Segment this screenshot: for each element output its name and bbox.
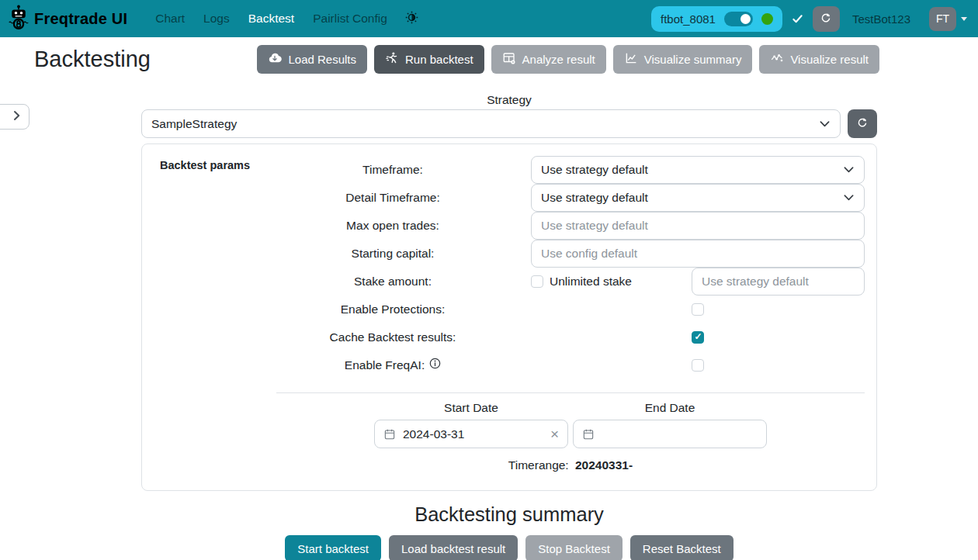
divider — [276, 392, 865, 393]
header-actions: Load Results Run backtest A — [257, 45, 879, 74]
calendar-icon — [383, 428, 396, 441]
summary-actions: Start backtest Load backtest result Stop… — [141, 535, 877, 560]
calendar-icon — [582, 428, 595, 441]
detail-timeframe-select-value: Use strategy default — [541, 191, 648, 205]
cloud-download-icon — [268, 51, 282, 67]
check-icon — [790, 13, 805, 25]
end-date-label: End Date — [573, 401, 767, 415]
button-label: Visualize summary — [644, 53, 742, 66]
nav-links: Chart Logs Backtest Pairlist Config — [147, 5, 425, 32]
detail-timeframe-select[interactable]: Use strategy default — [531, 184, 865, 212]
page-title: Backtesting — [34, 47, 151, 72]
start-date-group: Start Date 2024-03-31 × — [374, 401, 568, 448]
starting-capital-input[interactable] — [531, 240, 865, 268]
dates-row: Start Date 2024-03-31 × — [276, 401, 865, 448]
content: Strategy SampleStrategy Backtest params — [0, 93, 978, 560]
form-row-timeframe: Timeframe: Use strategy default — [276, 156, 865, 183]
stop-backtest-button[interactable]: Stop Backtest — [525, 535, 623, 560]
strategy-select-value: SampleStrategy — [151, 117, 237, 131]
bot-toggle-switch[interactable] — [724, 12, 753, 26]
button-label: Run backtest — [405, 53, 473, 66]
analyze-result-button[interactable]: Analyze result — [491, 45, 606, 74]
nav-item-backtest[interactable]: Backtest — [241, 5, 302, 32]
timerange-label: Timerange: — [508, 458, 569, 472]
clear-date-icon[interactable]: × — [550, 427, 559, 441]
button-label: Analyze result — [522, 53, 595, 66]
button-label: Load Results — [288, 53, 356, 66]
start-date-label: Start Date — [374, 401, 568, 415]
sidebar-expand-button[interactable] — [0, 104, 29, 130]
starting-capital-label: Starting capital: — [276, 247, 509, 261]
chart-scatter-icon — [770, 51, 784, 67]
chevron-down-icon — [843, 164, 855, 175]
person-running-icon — [385, 51, 399, 67]
form-row-stake-amount: Stake amount: Unlimited stake — [276, 268, 865, 295]
form-row-starting-capital: Starting capital: — [276, 240, 865, 267]
start-backtest-button[interactable]: Start backtest — [285, 535, 381, 560]
brightness-icon — [404, 10, 419, 27]
reset-backtest-button[interactable]: Reset Backtest — [630, 535, 734, 560]
chevron-right-icon — [12, 110, 22, 123]
visualize-summary-button[interactable]: Visualize summary — [613, 45, 753, 74]
form-row-enable-protections: Enable Protections: — [276, 296, 865, 323]
unlimited-stake-checkbox[interactable] — [531, 275, 543, 288]
cache-results-checkbox[interactable] — [692, 331, 704, 344]
bot-badge[interactable]: ftbot_8081 — [651, 6, 782, 32]
brand[interactable]: Freqtrade UI — [8, 4, 127, 33]
form-row-enable-freqai: Enable FreqAI: — [276, 351, 865, 379]
avatar: FT — [929, 7, 956, 31]
refresh-strategy-button[interactable] — [848, 109, 877, 138]
backtest-params-card: Backtest params Timeframe: Use strategy … — [141, 143, 877, 491]
table-gear-icon — [502, 51, 516, 67]
stake-amount-input[interactable] — [692, 268, 865, 296]
start-date-input[interactable]: 2024-03-31 × — [374, 420, 568, 448]
robot-logo-icon — [8, 4, 29, 33]
strategy-select[interactable]: SampleStrategy — [141, 109, 841, 138]
brand-title: Freqtrade UI — [34, 10, 127, 28]
button-label: Visualize result — [790, 53, 869, 66]
strategy-row: SampleStrategy — [141, 109, 877, 138]
bot-name: ftbot_8081 — [661, 12, 716, 26]
nav-item-logs[interactable]: Logs — [196, 5, 238, 32]
params-form: Timeframe: Use strategy default Detail T… — [276, 156, 865, 472]
username-label: TestBot123 — [848, 12, 915, 26]
form-row-cache-results: Cache Backtest results: — [276, 323, 865, 351]
max-open-trades-input[interactable] — [531, 212, 865, 240]
nav-item-chart[interactable]: Chart — [147, 5, 192, 32]
page-header: Backtesting Load Results Run backtest — [0, 37, 978, 81]
chevron-down-icon — [843, 192, 855, 203]
theme-toggle-button[interactable] — [398, 7, 425, 30]
nav-item-pairlist-config[interactable]: Pairlist Config — [305, 5, 395, 32]
timerange-value: 20240331- — [575, 458, 633, 472]
end-date-input[interactable] — [573, 420, 767, 448]
strategy-label: Strategy — [141, 93, 877, 107]
enable-freqai-checkbox[interactable] — [692, 359, 704, 372]
start-date-value: 2024-03-31 — [403, 427, 464, 441]
cache-results-label: Cache Backtest results: — [276, 330, 509, 344]
user-menu[interactable]: FT — [929, 7, 967, 31]
enable-protections-checkbox[interactable] — [692, 303, 704, 316]
params-section-title: Backtest params — [160, 159, 250, 171]
navbar: Freqtrade UI Chart Logs Backtest Pairlis… — [0, 0, 978, 37]
end-date-group: End Date — [573, 401, 767, 448]
stake-amount-label: Stake amount: — [276, 275, 509, 289]
enable-freqai-label: Enable FreqAI: — [345, 358, 425, 372]
form-row-max-open-trades: Max open trades: — [276, 212, 865, 239]
refresh-bot-button[interactable] — [813, 6, 840, 32]
visualize-result-button[interactable]: Visualize result — [759, 45, 879, 74]
timeframe-select[interactable]: Use strategy default — [531, 156, 865, 184]
enable-protections-label: Enable Protections: — [276, 302, 509, 316]
timeframe-label: Timeframe: — [276, 163, 509, 177]
summary-title: Backtesting summary — [141, 503, 877, 526]
unlimited-stake-label: Unlimited stake — [550, 275, 632, 289]
load-backtest-result-button[interactable]: Load backtest result — [389, 535, 518, 560]
max-open-trades-label: Max open trades: — [276, 219, 509, 233]
navbar-right: ftbot_8081 TestBot123 FT — [651, 6, 967, 32]
main-panel: Strategy SampleStrategy Backtest params — [141, 93, 877, 560]
reload-icon — [856, 116, 869, 131]
timerange: Timerange: 20240331- — [276, 458, 865, 472]
run-backtest-button[interactable]: Run backtest — [374, 45, 484, 74]
load-results-button[interactable]: Load Results — [257, 45, 367, 74]
info-icon — [429, 358, 441, 372]
chevron-down-icon — [819, 118, 831, 130]
